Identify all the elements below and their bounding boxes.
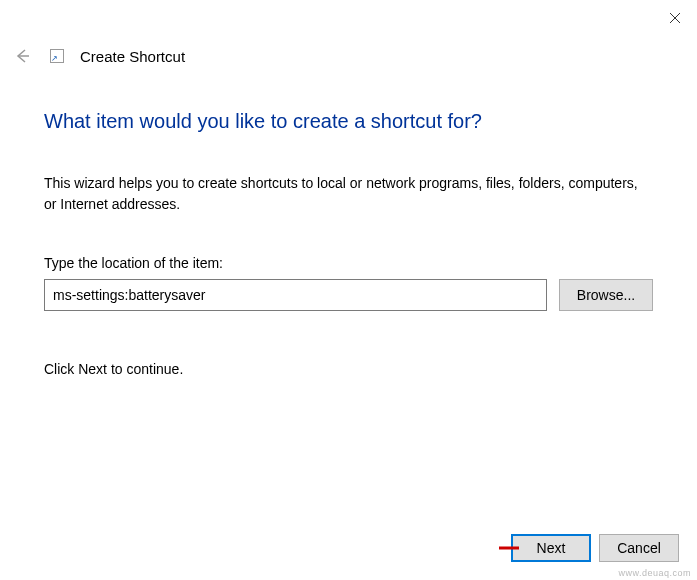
watermark: www.deuaq.com [618,568,691,578]
browse-button[interactable]: Browse... [559,279,653,311]
location-row: Browse... [44,279,653,311]
cancel-button[interactable]: Cancel [599,534,679,562]
wizard-description: This wizard helps you to create shortcut… [44,173,653,215]
next-button[interactable]: Next [511,534,591,562]
back-button[interactable] [10,44,34,68]
location-label: Type the location of the item: [44,255,653,271]
annotation-marker [499,547,519,550]
shortcut-icon [50,49,64,63]
close-icon [669,12,681,24]
location-input[interactable] [44,279,547,311]
footer-buttons: Next Cancel [511,534,679,562]
continue-instruction: Click Next to continue. [44,361,653,377]
close-button[interactable] [665,8,685,28]
main-content: What item would you like to create a sho… [44,110,653,377]
next-button-label: Next [537,540,566,556]
page-heading: What item would you like to create a sho… [44,110,653,133]
back-arrow-icon [13,47,31,65]
header: Create Shortcut [10,44,185,68]
window-title: Create Shortcut [80,48,185,65]
